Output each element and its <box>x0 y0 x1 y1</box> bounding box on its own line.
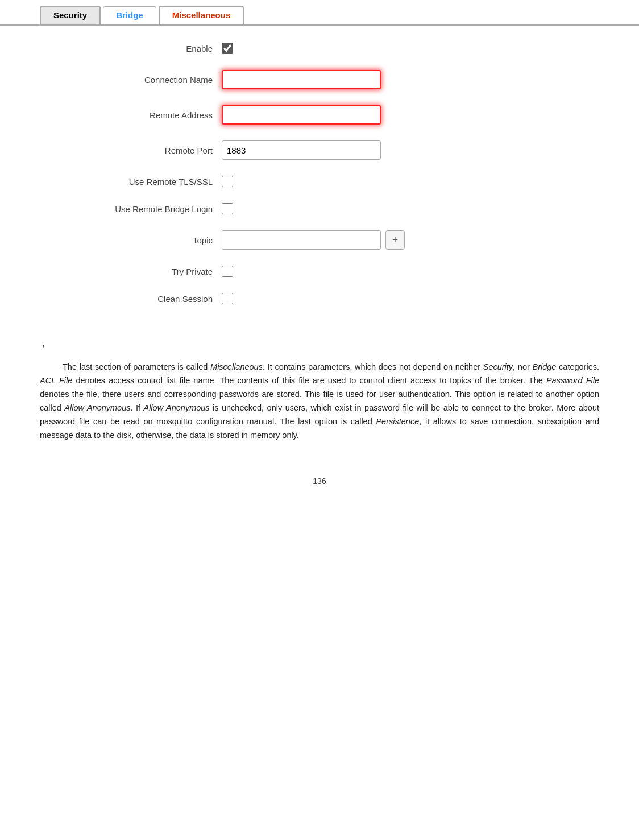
label-clean-session: Clean Session <box>40 294 222 304</box>
tab-security[interactable]: Security <box>40 6 101 24</box>
form-row-tls: Use Remote TLS/SSL <box>40 176 599 187</box>
tab-bar: Security Bridge Miscellaneous <box>0 0 639 26</box>
form-area: Enable Connection Name Remote Address Re… <box>0 26 639 337</box>
control-connection-name <box>222 70 381 89</box>
label-remote-port: Remote Port <box>40 146 222 155</box>
checkbox-tls[interactable] <box>222 176 233 187</box>
form-row-try-private: Try Private <box>40 266 599 277</box>
form-row-enable: Enable <box>40 43 599 54</box>
label-try-private: Try Private <box>40 267 222 276</box>
control-topic: + <box>222 230 405 250</box>
form-row-topic: Topic + <box>40 230 599 250</box>
control-clean-session <box>222 293 233 304</box>
tab-miscellaneous[interactable]: Miscellaneous <box>159 6 244 24</box>
plus-icon: + <box>392 234 398 246</box>
body-paragraph: The last section of parameters is called… <box>40 361 599 442</box>
control-remote-address <box>222 105 381 125</box>
label-connection-name: Connection Name <box>40 75 222 85</box>
checkbox-bridge-login[interactable] <box>222 203 233 214</box>
label-tls: Use Remote TLS/SSL <box>40 177 222 187</box>
input-connection-name[interactable] <box>222 70 381 89</box>
input-topic[interactable] <box>222 230 381 250</box>
form-row-remote-address: Remote Address <box>40 105 599 125</box>
control-bridge-login <box>222 203 233 214</box>
add-topic-button[interactable]: + <box>385 230 405 250</box>
control-enable <box>222 43 233 54</box>
input-remote-address[interactable] <box>222 105 381 125</box>
label-topic: Topic <box>40 235 222 245</box>
control-try-private <box>222 266 233 277</box>
control-tls <box>222 176 233 187</box>
checkbox-clean-session[interactable] <box>222 293 233 304</box>
checkbox-enable[interactable] <box>222 43 233 54</box>
tab-bridge[interactable]: Bridge <box>103 6 156 24</box>
body-text-area: The last section of parameters is called… <box>0 355 639 454</box>
form-row-clean-session: Clean Session <box>40 293 599 304</box>
checkbox-try-private[interactable] <box>222 266 233 277</box>
comma-separator: , <box>0 337 639 355</box>
form-row-connection-name: Connection Name <box>40 70 599 89</box>
control-remote-port <box>222 140 381 160</box>
label-enable: Enable <box>40 44 222 53</box>
form-row-bridge-login: Use Remote Bridge Login <box>40 203 599 214</box>
form-row-remote-port: Remote Port <box>40 140 599 160</box>
page-number: 136 <box>0 477 639 497</box>
label-bridge-login: Use Remote Bridge Login <box>40 204 222 214</box>
input-remote-port[interactable] <box>222 140 381 160</box>
label-remote-address: Remote Address <box>40 110 222 120</box>
